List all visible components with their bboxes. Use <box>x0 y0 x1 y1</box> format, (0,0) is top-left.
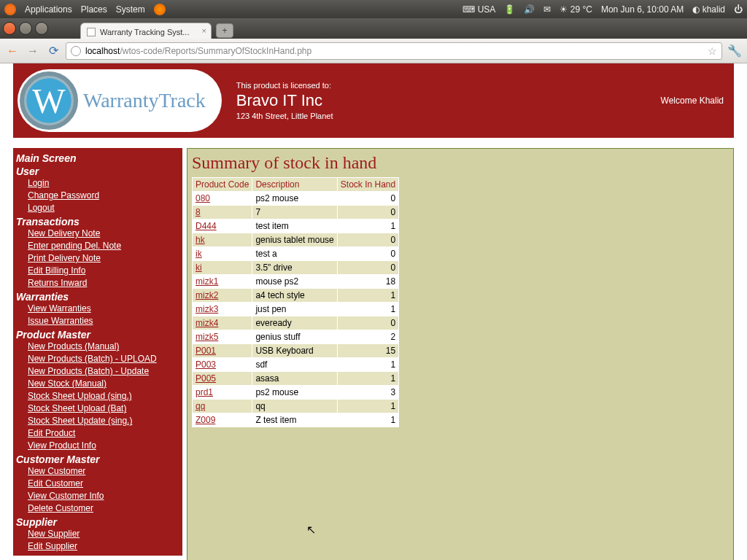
sidebar-heading: Main Screen <box>16 152 178 164</box>
sidebar-link[interactable]: Stock Sheet Update (sing.) <box>28 415 132 427</box>
tab-title: Warranty Tracking Syst... <box>100 28 189 36</box>
sidebar-link[interactable]: View Warranties <box>28 303 91 315</box>
description-cell: asasa <box>252 372 337 386</box>
stock-cell: 0 <box>337 192 398 206</box>
sidebar-link[interactable]: Stock Sheet Upload (Bat) <box>28 402 126 415</box>
column-header: Product Code <box>193 178 252 192</box>
sidebar-link[interactable]: Delete Customer <box>28 502 93 515</box>
product-code-link[interactable]: mizk5 <box>196 332 218 342</box>
weather-indicator[interactable]: ☀ 29 °C <box>560 4 592 15</box>
os-menu-applications[interactable]: Applications <box>25 4 72 15</box>
product-code-link[interactable]: P001 <box>196 346 216 356</box>
battery-icon[interactable]: 🔋 <box>504 4 515 15</box>
sidebar-link[interactable]: Print Delivery Note <box>28 252 101 265</box>
product-code-link[interactable]: 8 <box>196 207 201 217</box>
product-code-link[interactable]: mizk4 <box>196 318 218 328</box>
description-cell: genius tablet mouse <box>252 233 337 247</box>
product-code-link[interactable]: ki <box>196 262 202 273</box>
product-code-link[interactable]: D444 <box>196 221 217 231</box>
user-menu[interactable]: ◐ khalid <box>692 4 725 15</box>
sidebar-heading: Product Master <box>16 329 178 341</box>
table-row: mizk2a4 tech style1 <box>193 289 399 303</box>
product-code-link[interactable]: P005 <box>196 373 216 384</box>
os-menu-system[interactable]: System <box>116 4 145 15</box>
page-viewport[interactable]: W WarrantyTrack This product is licensed… <box>0 63 747 560</box>
table-row: Z009Z test item1 <box>193 413 399 427</box>
window-close-button[interactable] <box>3 22 16 35</box>
window-minimize-button[interactable] <box>19 22 32 35</box>
stock-cell: 1 <box>337 219 398 233</box>
product-code-link[interactable]: Z009 <box>196 415 215 425</box>
stock-cell: 1 <box>337 372 398 386</box>
product-code-link[interactable]: prd1 <box>196 387 213 397</box>
sidebar-link[interactable]: New Products (Batch) - UPLOAD <box>28 353 157 365</box>
product-code-link[interactable]: 080 <box>196 193 210 203</box>
sidebar-link[interactable]: Edit Customer <box>28 478 83 490</box>
sidebar-link[interactable]: Enter pending Del. Note <box>28 240 121 252</box>
description-cell: sdf <box>252 358 337 372</box>
sidebar-link[interactable]: New Customer <box>28 465 85 478</box>
sidebar-link[interactable]: New Stock (Manual) <box>28 378 107 390</box>
bookmark-star-icon[interactable]: ☆ <box>708 45 717 57</box>
os-menubar: Applications Places System ⌨ USA 🔋 🔊 ✉ ☀… <box>0 0 747 18</box>
firefox-icon[interactable] <box>154 4 166 15</box>
product-code-link[interactable]: P003 <box>196 359 216 370</box>
reload-button[interactable]: ⟳ <box>45 43 61 59</box>
sidebar-link[interactable]: Login <box>28 177 49 190</box>
site-identity-icon[interactable] <box>71 46 81 56</box>
description-cell: test item <box>252 219 337 233</box>
sidebar-link[interactable]: New Products (Batch) - Update <box>28 365 149 378</box>
window-maximize-button[interactable] <box>35 22 48 35</box>
description-cell: ps2 mouse <box>252 386 337 400</box>
sidebar-link[interactable]: Stock Sheet Upload (sing.) <box>28 390 132 402</box>
table-row: mizk3just pen1 <box>193 303 399 316</box>
sidebar-link[interactable]: New Products (Manual) <box>28 341 119 353</box>
settings-wrench-icon[interactable]: 🔧 <box>727 43 743 59</box>
address-bar[interactable]: localhost/wtos-code/Reports/SummaryOfSto… <box>66 42 722 60</box>
sidebar-link[interactable]: Change Password <box>28 190 99 202</box>
volume-icon[interactable]: 🔊 <box>524 4 535 15</box>
description-cell: eveready <box>252 316 337 330</box>
table-row: 870 <box>193 206 399 219</box>
sidebar-link[interactable]: Issue Warranties <box>28 315 93 327</box>
sidebar-heading: Warranties <box>16 291 178 303</box>
sidebar-link[interactable]: New Delivery Note <box>28 228 100 240</box>
table-row: qqqq1 <box>193 400 399 413</box>
product-code-link[interactable]: mizk2 <box>196 290 218 300</box>
description-cell: just pen <box>252 303 337 316</box>
table-row: P005asasa1 <box>193 372 399 386</box>
new-tab-button[interactable]: + <box>216 23 233 38</box>
url-host: localhost <box>85 46 120 56</box>
welcome-text: Welcome Khalid <box>661 96 724 106</box>
content-panel: Summary of stock in hand Product CodeDes… <box>187 148 734 560</box>
product-code-link[interactable]: qq <box>196 401 205 411</box>
stock-table: Product CodeDescriptionStock In Hand 080… <box>192 177 399 427</box>
sidebar-link[interactable]: Returns Inward <box>28 277 87 289</box>
product-code-link[interactable]: hk <box>196 235 205 245</box>
sidebar-link[interactable]: Logout <box>28 202 55 214</box>
sidebar-link[interactable]: View Customer Info <box>28 490 104 502</box>
product-code-link[interactable]: mizk3 <box>196 304 218 314</box>
forward-button[interactable]: → <box>25 43 41 59</box>
sidebar-link[interactable]: Edit Product <box>28 427 75 440</box>
tab-close-button[interactable]: × <box>202 26 206 35</box>
stock-cell: 3 <box>337 386 398 400</box>
logo-gear-icon: W <box>20 72 77 129</box>
mail-icon[interactable]: ✉ <box>543 4 551 15</box>
sidebar-link[interactable]: View Product Info <box>28 440 96 452</box>
sidebar-link[interactable]: Edit Supplier <box>28 540 77 553</box>
back-button[interactable]: ← <box>4 43 20 59</box>
sidebar-link[interactable]: New Supplier <box>28 528 80 540</box>
ubuntu-icon[interactable] <box>4 4 16 15</box>
column-header: Description <box>252 178 337 192</box>
stock-cell: 1 <box>337 400 398 413</box>
browser-tab[interactable]: Warranty Tracking Syst... × <box>80 23 212 39</box>
sidebar-link[interactable]: Edit Billing Info <box>28 265 85 277</box>
product-code-link[interactable]: mizk1 <box>196 276 218 287</box>
clock[interactable]: Mon Jun 6, 10:00 AM <box>601 4 684 15</box>
os-menu-places[interactable]: Places <box>81 4 107 15</box>
description-cell: ps2 mouse <box>252 192 337 206</box>
product-code-link[interactable]: ik <box>196 249 202 259</box>
power-icon[interactable]: ⏻ <box>734 4 743 15</box>
keyboard-indicator[interactable]: ⌨ USA <box>462 4 495 15</box>
